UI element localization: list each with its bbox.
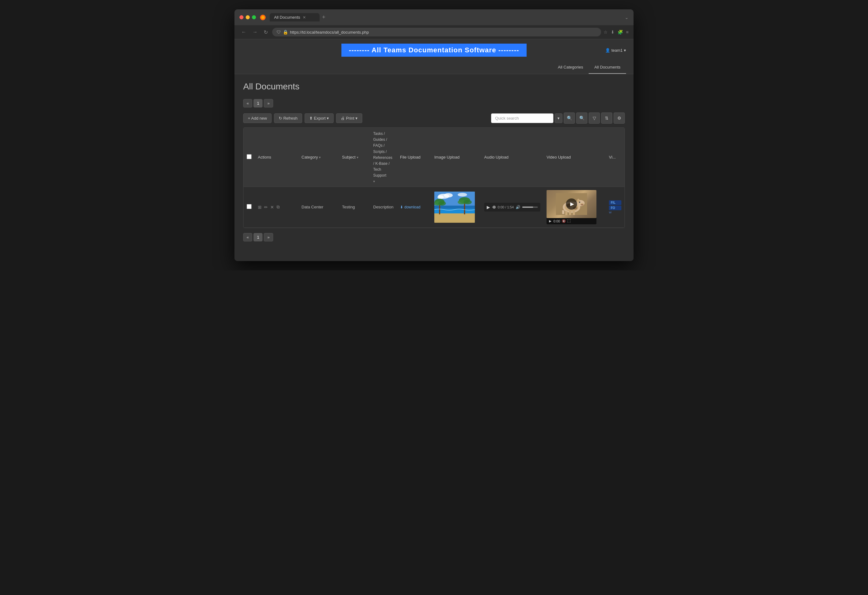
svg-rect-32	[573, 211, 575, 215]
app-title: -------- All Teams Documentation Softwar…	[341, 44, 527, 57]
video-play-icon: ▶	[570, 201, 574, 207]
delete-icon[interactable]: ✕	[270, 205, 274, 210]
back-button[interactable]: ←	[239, 28, 248, 36]
video-play-overlay[interactable]: ▶	[566, 199, 577, 210]
row-subject-cell: Testing	[339, 187, 370, 227]
nav-all-categories[interactable]: All Categories	[552, 61, 589, 74]
file-download-link[interactable]: ⬇ download	[400, 205, 428, 209]
col-header-file-upload: File Upload	[397, 128, 431, 187]
export-button[interactable]: ⬆ Export ▾	[305, 113, 334, 123]
copy-icon[interactable]: ⧉	[276, 204, 280, 210]
quick-search-input[interactable]	[491, 113, 554, 123]
firefox-icon	[260, 14, 266, 21]
svg-point-4	[444, 193, 453, 197]
documents-table: Actions Category ▾ Subject ▾	[244, 128, 624, 228]
search-dropdown-button[interactable]: ▾	[555, 113, 562, 123]
page-body: All Documents « 1 » + Add new ↻ Refresh …	[235, 74, 633, 261]
edit-icon[interactable]: ✏	[264, 205, 268, 210]
extensions-icon[interactable]: 🧩	[618, 29, 623, 35]
svg-point-17	[464, 200, 472, 204]
category-filter-icon[interactable]: ▾	[319, 155, 321, 159]
minimize-traffic-light[interactable]	[246, 15, 250, 19]
svg-rect-30	[565, 211, 567, 215]
video-fullscreen-icon[interactable]: ⛶	[567, 219, 571, 223]
view-icon[interactable]: ⊞	[258, 205, 261, 210]
volume-bar[interactable]	[522, 206, 538, 208]
url-box[interactable]: 🛡 🔒 https://td.local/teamdocs/all_docume…	[272, 28, 601, 37]
username-label: team1	[611, 48, 623, 53]
traffic-lights	[239, 15, 256, 19]
app-header: -------- All Teams Documentation Softwar…	[235, 39, 633, 61]
address-bar: ← → ↻ 🛡 🔒 https://td.local/teamdocs/all_…	[235, 25, 633, 39]
download-icon[interactable]: ⬇	[611, 29, 614, 35]
reload-button[interactable]: ↻	[262, 28, 270, 37]
filter-icon: ▽	[593, 116, 596, 121]
svg-point-1	[261, 16, 264, 19]
select-all-checkbox[interactable]	[247, 154, 252, 159]
col-header-video-upload: Video Upload	[543, 128, 606, 187]
browser-titlebar: All Documents ✕ + ⌄	[235, 9, 633, 25]
forward-button[interactable]: →	[251, 28, 260, 36]
app-content: -------- All Teams Documentation Softwar…	[235, 39, 633, 261]
row-checkbox[interactable]	[247, 204, 252, 209]
svg-point-26	[581, 204, 583, 205]
svg-point-29	[577, 199, 580, 202]
browser-window: All Documents ✕ + ⌄ ← → ↻ 🛡 🔒 https://td…	[235, 9, 633, 261]
video-ctrl-play-icon[interactable]: ▶	[549, 219, 552, 223]
sort-button[interactable]: ⇅	[601, 112, 612, 124]
settings-button[interactable]: ⚙	[614, 112, 625, 124]
pagination-top: « 1 »	[243, 99, 625, 108]
prev-page-button-bottom[interactable]: «	[243, 233, 252, 242]
svg-point-5	[437, 195, 444, 199]
search-button-2[interactable]: 🔍	[576, 112, 588, 124]
col-header-audio-upload: Audio Upload	[481, 128, 543, 187]
add-new-button[interactable]: + Add new	[243, 113, 272, 123]
col-header-actions: Actions	[255, 128, 298, 187]
next-page-button-bottom[interactable]: »	[264, 233, 273, 242]
video-mute-icon[interactable]: 🔇	[562, 219, 565, 223]
svg-rect-31	[569, 211, 571, 215]
search-button-1[interactable]: 🔍	[564, 112, 575, 124]
word-icon: W	[609, 211, 621, 214]
video-thumbnail: ▶	[546, 190, 596, 218]
row-description-cell: Description	[370, 187, 397, 227]
nav-all-documents[interactable]: All Documents	[589, 61, 626, 74]
audio-play-button[interactable]: ▶	[487, 205, 490, 210]
maximize-traffic-light[interactable]	[252, 15, 256, 19]
menu-icon[interactable]: ≡	[626, 29, 629, 35]
current-page-button-bottom[interactable]: 1	[254, 233, 263, 242]
user-menu[interactable]: 👤 team1 ▾	[605, 48, 626, 53]
col-header-subject: Subject ▾	[339, 128, 370, 187]
table-header-row: Actions Category ▾ Subject ▾	[244, 128, 624, 187]
video-time-display: 0:00	[554, 219, 560, 223]
file-badge-1: FIL	[609, 200, 621, 205]
search-group: ▾ 🔍 🔍 ▽ ⇅ ⚙	[491, 112, 625, 124]
next-page-button[interactable]: »	[264, 99, 273, 108]
download-arrow-icon: ⬇	[400, 205, 403, 209]
user-dropdown-icon: ▾	[624, 48, 626, 53]
print-button[interactable]: 🖨 Print ▾	[336, 113, 362, 123]
filter-button[interactable]: ▽	[589, 112, 600, 124]
active-tab[interactable]: All Documents ✕	[270, 13, 320, 22]
col-header-description: Tasks /Guides /FAQs /Scripts /References…	[370, 128, 397, 187]
volume-fill	[522, 206, 533, 208]
row-category-cell: Data Center	[298, 187, 339, 227]
refresh-button[interactable]: ↻ Refresh	[274, 113, 302, 123]
current-page-button[interactable]: 1	[254, 99, 263, 108]
user-icon: 👤	[605, 48, 610, 53]
prev-page-button[interactable]: «	[243, 99, 252, 108]
audio-progress-bar[interactable]	[492, 206, 496, 208]
new-tab-button[interactable]: +	[320, 14, 328, 21]
volume-icon[interactable]: 🔊	[516, 205, 520, 209]
search-icon-1: 🔍	[567, 116, 572, 121]
window-dropdown-icon[interactable]: ⌄	[625, 15, 629, 20]
close-traffic-light[interactable]	[239, 15, 244, 19]
address-bar-icons: ☆ ⬇ 🧩 ≡	[604, 29, 629, 35]
image-thumbnail	[434, 191, 475, 223]
subject-filter-icon[interactable]: ▾	[357, 155, 359, 159]
description-filter-icon[interactable]: ▾	[373, 180, 375, 183]
col-header-category: Category ▾	[298, 128, 339, 187]
tab-close-button[interactable]: ✕	[303, 15, 306, 20]
row-image-cell	[431, 187, 481, 227]
bookmark-icon[interactable]: ☆	[604, 29, 608, 35]
